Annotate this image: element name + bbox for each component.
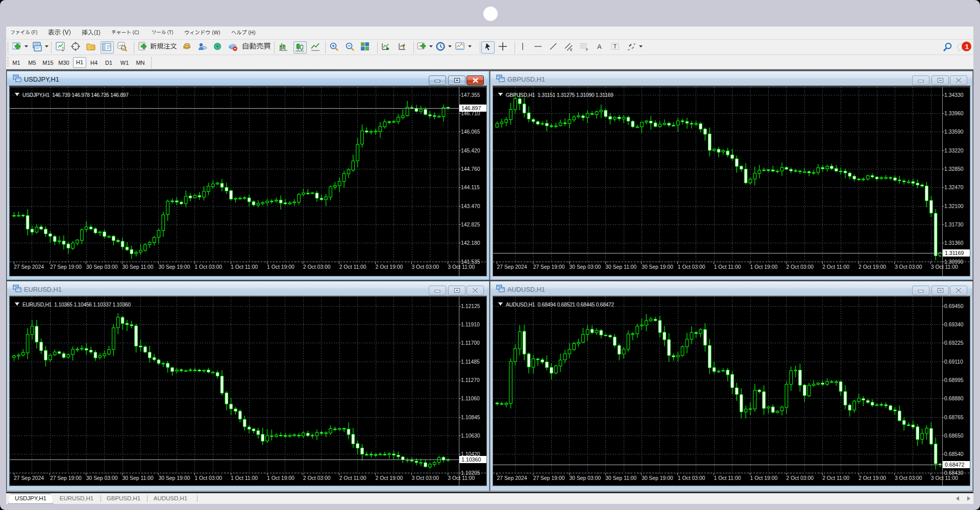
svg-text:30 Sep 03:00: 30 Sep 03:00 [86,475,118,481]
svg-text:145.420: 145.420 [461,148,480,154]
svg-text:30 Sep 11:00: 30 Sep 11:00 [605,475,636,481]
svg-text:1.11910: 1.11910 [461,322,480,327]
svg-text:1.34330: 1.34330 [944,92,964,98]
svg-text:143.470: 143.470 [461,203,480,209]
svg-text:1 Oct 11:00: 1 Oct 11:00 [714,475,741,481]
svg-text:2 Oct 11:00: 2 Oct 11:00 [822,264,849,270]
svg-text:1.31360: 1.31360 [944,240,964,246]
svg-text:1.32100: 1.32100 [944,203,964,209]
svg-text:0.69340: 0.69340 [944,322,964,327]
svg-text:1.11270: 1.11270 [461,377,480,383]
svg-text:146.065: 146.065 [461,129,480,135]
svg-text:1.12125: 1.12125 [461,303,480,309]
svg-text:147.355: 147.355 [461,92,480,98]
svg-text:30 Sep 19:00: 30 Sep 19:00 [158,264,190,270]
svg-text:1 Oct 11:00: 1 Oct 11:00 [231,264,258,270]
svg-text:USDJPY,H1 146.739 146.978 146: USDJPY,H1 146.739 146.978 146.735 146.89… [22,92,129,98]
svg-text:27 Sep 19:00: 27 Sep 19:00 [533,475,565,481]
svg-text:141.535: 141.535 [461,259,480,265]
svg-text:1.33960: 1.33960 [944,111,964,116]
svg-text:2 Oct 03:00: 2 Oct 03:00 [786,264,814,270]
svg-text:2 Oct 11:00: 2 Oct 11:00 [339,264,366,270]
svg-text:2 Oct 19:00: 2 Oct 19:00 [376,264,403,270]
svg-text:1 Oct 19:00: 1 Oct 19:00 [750,264,778,270]
svg-text:2 Oct 11:00: 2 Oct 11:00 [822,475,849,481]
svg-text:27 Sep 19:00: 27 Sep 19:00 [50,264,82,270]
svg-text:F: F [586,48,588,52]
svg-text:144.760: 144.760 [461,166,480,172]
svg-text:0.69225: 0.69225 [944,340,964,346]
svg-text:27 Sep 2024: 27 Sep 2024 [14,475,44,481]
svg-text:30 Sep 03:00: 30 Sep 03:00 [569,475,601,481]
svg-text:30 Sep 03:00: 30 Sep 03:00 [569,264,601,270]
svg-text:30 Sep 19:00: 30 Sep 19:00 [642,475,673,481]
svg-text:27 Sep 2024: 27 Sep 2024 [497,475,527,481]
svg-text:3 Oct 11:00: 3 Oct 11:00 [448,475,475,481]
svg-text:0.68765: 0.68765 [944,415,964,420]
svg-text:1 Oct 19:00: 1 Oct 19:00 [267,264,295,270]
svg-text:1 Oct 03:00: 1 Oct 03:00 [194,264,222,270]
svg-text:EURUSD,H1 1.10365 1.10456 1.1: EURUSD,H1 1.10365 1.10456 1.10337 1.1036… [22,302,131,308]
svg-text:142.825: 142.825 [461,222,480,227]
svg-text:1.10205: 1.10205 [461,470,480,476]
svg-text:3 Oct 11:00: 3 Oct 11:00 [931,475,958,481]
svg-text:T: T [614,43,617,49]
svg-text:3 Oct 03:00: 3 Oct 03:00 [411,475,439,481]
svg-text:1: 1 [965,43,969,50]
svg-text:1.10630: 1.10630 [461,433,480,439]
svg-text:1.32470: 1.32470 [944,185,964,190]
svg-text:0.68472: 0.68472 [945,462,964,468]
svg-text:3 Oct 03:00: 3 Oct 03:00 [895,264,922,270]
svg-text:30 Sep 19:00: 30 Sep 19:00 [158,475,190,481]
svg-text:A: A [597,43,602,50]
svg-text:2 Oct 03:00: 2 Oct 03:00 [303,475,331,481]
svg-text:AUDUSD,H1 0.68494 0.68521 0.6: AUDUSD,H1 0.68494 0.68521 0.68445 0.6847… [506,302,614,308]
svg-text:3 Oct 03:00: 3 Oct 03:00 [411,264,439,270]
svg-text:30 Sep 11:00: 30 Sep 11:00 [122,475,154,481]
svg-text:1 Oct 11:00: 1 Oct 11:00 [714,264,741,270]
svg-text:27 Sep 2024: 27 Sep 2024 [497,264,527,270]
svg-text:144.115: 144.115 [461,185,480,190]
svg-text:0.68880: 0.68880 [944,396,964,401]
svg-text:1 Oct 03:00: 1 Oct 03:00 [194,475,222,481]
svg-text:1 Oct 19:00: 1 Oct 19:00 [267,475,295,481]
svg-text:1.33220: 1.33220 [944,148,964,154]
svg-text:E: E [570,48,573,52]
svg-text:GBPUSD,H1 1.31151 1.31275 1.3: GBPUSD,H1 1.31151 1.31275 1.31090 1.3116… [506,92,614,98]
svg-text:1 Oct 19:00: 1 Oct 19:00 [750,475,778,481]
svg-text:146.897: 146.897 [461,105,481,111]
svg-text:0.69450: 0.69450 [944,303,964,309]
svg-text:1.11485: 1.11485 [461,359,480,365]
svg-text:27 Sep 19:00: 27 Sep 19:00 [50,475,82,481]
svg-text:27 Sep 19:00: 27 Sep 19:00 [533,264,565,270]
svg-text:1.10360: 1.10360 [461,456,481,463]
svg-text:1 Oct 03:00: 1 Oct 03:00 [678,264,705,270]
svg-text:1.33590: 1.33590 [944,129,964,135]
svg-text:2 Oct 19:00: 2 Oct 19:00 [859,264,886,270]
svg-text:2 Oct 19:00: 2 Oct 19:00 [376,475,403,481]
svg-text:2 Oct 19:00: 2 Oct 19:00 [859,475,886,481]
svg-text:0.69110: 0.69110 [944,359,963,365]
svg-text:1.11060: 1.11060 [461,396,480,401]
svg-text:3 Oct 03:00: 3 Oct 03:00 [895,475,922,481]
svg-text:1 Oct 03:00: 1 Oct 03:00 [678,475,705,481]
svg-text:27 Sep 2024: 27 Sep 2024 [14,264,44,270]
svg-text:30 Sep 19:00: 30 Sep 19:00 [642,264,673,270]
svg-text:0.68995: 0.68995 [944,377,964,383]
svg-text:30 Sep 11:00: 30 Sep 11:00 [122,264,154,270]
svg-text:1.31169: 1.31169 [945,250,964,256]
svg-text:1.31730: 1.31730 [944,222,964,227]
svg-text:142.180: 142.180 [461,240,480,246]
svg-text:1.11700: 1.11700 [461,340,480,346]
svg-text:30 Sep 11:00: 30 Sep 11:00 [605,264,636,270]
svg-text:0.68540: 0.68540 [944,451,964,457]
svg-text:2 Oct 03:00: 2 Oct 03:00 [786,475,814,481]
svg-text:30 Sep 03:00: 30 Sep 03:00 [86,264,118,270]
svg-text:1.10845: 1.10845 [461,415,480,420]
svg-text:3 Oct 11:00: 3 Oct 11:00 [931,264,958,270]
svg-text:1 Oct 11:00: 1 Oct 11:00 [231,475,258,481]
svg-text:0.68650: 0.68650 [944,433,964,439]
svg-text:1.30990: 1.30990 [944,259,964,265]
svg-text:3 Oct 11:00: 3 Oct 11:00 [448,264,475,270]
svg-text:2 Oct 03:00: 2 Oct 03:00 [303,264,331,270]
